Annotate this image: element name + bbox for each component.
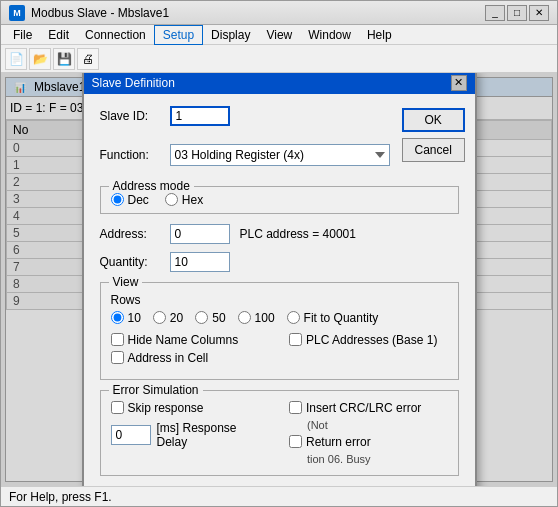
menu-display[interactable]: Display <box>203 26 258 44</box>
dec-radio[interactable] <box>111 193 124 206</box>
dialog-title: Slave Definition <box>92 76 451 90</box>
address-mode-section: Address mode Dec Hex <box>100 186 459 214</box>
rows-fit-label: Fit to Quantity <box>304 311 379 325</box>
hex-radio[interactable] <box>165 193 178 206</box>
dec-option[interactable]: Dec <box>111 193 149 207</box>
rows-fit-radio[interactable] <box>287 311 300 324</box>
rows-10-option[interactable]: 10 <box>111 311 141 325</box>
address-label: Address: <box>100 227 170 241</box>
dialog-body: Slave ID: Function: 01 Coil Status (0x) … <box>84 94 475 487</box>
main-window: M Modbus Slave - Mbslave1 _ □ ✕ File Edi… <box>0 0 558 507</box>
rows-group: 10 20 50 10 <box>111 311 448 325</box>
menu-file[interactable]: File <box>5 26 40 44</box>
app-icon: M <box>9 5 25 21</box>
toolbar-save[interactable]: 💾 <box>53 48 75 70</box>
return-error-checkbox[interactable] <box>289 435 302 448</box>
rows-label: Rows <box>111 293 141 307</box>
slave-id-row: Slave ID: <box>100 106 390 126</box>
error-cols: Skip response [ms] Response Delay <box>111 401 448 465</box>
menu-help[interactable]: Help <box>359 26 400 44</box>
toolbar-new[interactable]: 📄 <box>5 48 27 70</box>
plc-addresses-option[interactable]: PLC Addresses (Base 1) <box>289 333 448 347</box>
toolbar-print[interactable]: 🖨 <box>77 48 99 70</box>
function-select[interactable]: 01 Coil Status (0x) 02 Input Status (1x)… <box>170 144 390 166</box>
rows-10-label: 10 <box>128 311 141 325</box>
title-bar-buttons: _ □ ✕ <box>485 5 549 21</box>
close-button[interactable]: ✕ <box>529 5 549 21</box>
toolbar: 📄 📂 💾 🖨 <box>1 45 557 73</box>
menu-bar: File Edit Connection Setup Display View … <box>1 25 557 45</box>
plc-address-text: PLC address = 40001 <box>240 227 356 241</box>
rows-20-option[interactable]: 20 <box>153 311 183 325</box>
slave-id-input[interactable] <box>170 106 230 126</box>
ok-button[interactable]: OK <box>402 108 465 132</box>
rows-20-label: 20 <box>170 311 183 325</box>
plc-addresses-checkbox[interactable] <box>289 333 302 346</box>
response-delay-input[interactable] <box>111 425 151 445</box>
view-section: View Rows 10 20 <box>100 282 459 380</box>
cancel-button[interactable]: Cancel <box>402 138 465 162</box>
rows-50-radio[interactable] <box>195 311 208 324</box>
left-checkboxes: Hide Name Columns Address in Cell <box>111 333 270 369</box>
address-mode-group: Dec Hex <box>111 193 448 207</box>
rows-50-label: 50 <box>212 311 225 325</box>
menu-connection[interactable]: Connection <box>77 26 154 44</box>
return-error-option[interactable]: Return error <box>289 435 448 449</box>
status-text: For Help, press F1. <box>9 490 112 504</box>
error-left-col: Skip response [ms] Response Delay <box>111 401 270 449</box>
dec-label: Dec <box>128 193 149 207</box>
slave-id-label: Slave ID: <box>100 109 170 123</box>
skip-response-checkbox[interactable] <box>111 401 124 414</box>
rows-100-radio[interactable] <box>238 311 251 324</box>
quantity-row: Quantity: <box>100 252 459 272</box>
hide-name-columns-option[interactable]: Hide Name Columns <box>111 333 270 347</box>
quantity-input[interactable] <box>170 252 230 272</box>
dialog-close-button[interactable]: ✕ <box>451 75 467 91</box>
title-bar: M Modbus Slave - Mbslave1 _ □ ✕ <box>1 1 557 25</box>
view-section-label: View <box>109 275 143 289</box>
content-area: 📊 Mbslave1 ID = 1: F = 03 No Name <box>1 73 557 486</box>
error-simulation-section: Error Simulation Skip response [ms] Resp… <box>100 390 459 476</box>
return-error-label: Return error <box>306 435 371 449</box>
insert-crc-option[interactable]: Insert CRC/LRC error <box>289 401 448 415</box>
address-in-cell-checkbox[interactable] <box>111 351 124 364</box>
menu-setup[interactable]: Setup <box>154 25 203 45</box>
rows-20-radio[interactable] <box>153 311 166 324</box>
minimize-button[interactable]: _ <box>485 5 505 21</box>
skip-response-option[interactable]: Skip response <box>111 401 270 415</box>
address-input[interactable] <box>170 224 230 244</box>
hide-name-columns-label: Hide Name Columns <box>128 333 239 347</box>
plc-addresses-label: PLC Addresses (Base 1) <box>306 333 437 347</box>
right-checkboxes: PLC Addresses (Base 1) <box>289 333 448 351</box>
menu-view[interactable]: View <box>258 26 300 44</box>
skip-response-label: Skip response <box>128 401 204 415</box>
function-row: Function: 01 Coil Status (0x) 02 Input S… <box>100 144 390 166</box>
insert-crc-checkbox[interactable] <box>289 401 302 414</box>
address-row: Address: PLC address = 40001 <box>100 224 459 244</box>
menu-window[interactable]: Window <box>300 26 359 44</box>
view-checkboxes: Hide Name Columns Address in Cell <box>111 333 448 369</box>
hex-option[interactable]: Hex <box>165 193 203 207</box>
error-right-col: Insert CRC/LRC error (Not Return error <box>289 401 448 465</box>
error-simulation-label: Error Simulation <box>109 383 203 397</box>
status-bar: For Help, press F1. <box>1 486 557 506</box>
rows-fit-option[interactable]: Fit to Quantity <box>287 311 379 325</box>
response-delay-row: [ms] Response Delay <box>111 421 270 449</box>
window-title: Modbus Slave - Mbslave1 <box>31 6 485 20</box>
toolbar-open[interactable]: 📂 <box>29 48 51 70</box>
rows-10-radio[interactable] <box>111 311 124 324</box>
menu-edit[interactable]: Edit <box>40 26 77 44</box>
hex-label: Hex <box>182 193 203 207</box>
slave-definition-dialog: Slave Definition ✕ Slave ID: <box>82 73 477 486</box>
insert-crc-label: Insert CRC/LRC error <box>306 401 421 415</box>
rows-100-option[interactable]: 100 <box>238 311 275 325</box>
rows-100-label: 100 <box>255 311 275 325</box>
quantity-label: Quantity: <box>100 255 170 269</box>
rows-50-option[interactable]: 50 <box>195 311 225 325</box>
function-06-label: tion 06. Busy <box>307 453 448 465</box>
maximize-button[interactable]: □ <box>507 5 527 21</box>
address-in-cell-option[interactable]: Address in Cell <box>111 351 270 365</box>
function-label: Function: <box>100 148 170 162</box>
hide-name-columns-checkbox[interactable] <box>111 333 124 346</box>
response-delay-unit: [ms] Response Delay <box>157 421 270 449</box>
